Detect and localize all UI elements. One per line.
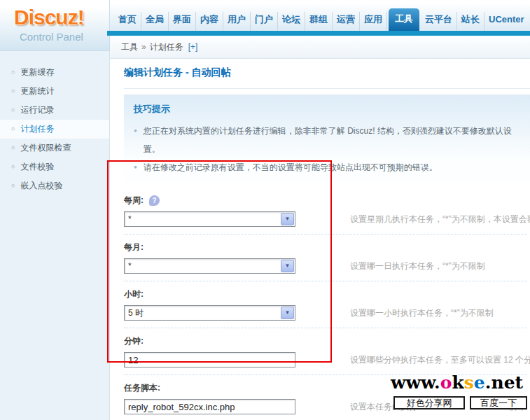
watermark-segment: e [474, 372, 485, 393]
nav-item-home[interactable]: 首页 [114, 12, 141, 31]
weekday-select[interactable]: * ▼ [124, 211, 295, 227]
weekday-select-value: * [128, 214, 132, 224]
tips-title: 技巧提示 [134, 103, 520, 115]
nav-item-user[interactable]: 用户 [223, 12, 251, 31]
top-header: 首页 全局 界面 内容 用户 门户 论坛 群组 运营 应用 工具 云平台 站长 … [110, 0, 530, 31]
breadcrumb-page: 计划任务 [150, 42, 183, 52]
circle-bullet-icon: ○ [11, 63, 15, 82]
nav-item-group[interactable]: 群组 [305, 12, 333, 31]
monthday-select-value: * [128, 261, 132, 271]
chevron-down-icon[interactable]: ▼ [281, 307, 294, 319]
breadcrumb-separator: » [141, 42, 146, 52]
watermark-segment: www. [391, 372, 440, 393]
nav-item-tools-active[interactable]: 工具 [389, 8, 419, 31]
field-label-weekday: 每周: ? [124, 194, 527, 206]
field-label-text: 小时: [124, 288, 144, 300]
app-logo-subtitle: Control Panel [20, 31, 83, 43]
app-logo: Discuz! [14, 6, 84, 29]
sidebar-item-label: 更新统计 [20, 85, 54, 97]
sidebar-item-file-permission-check[interactable]: ○ 文件权限检查 [0, 139, 109, 158]
nav-item-forum[interactable]: 论坛 [278, 12, 305, 31]
field-label-text: 每月: [124, 241, 144, 253]
nav-item-ucenter[interactable]: UCenter [484, 12, 529, 31]
field-label-text: 每周: [124, 195, 144, 206]
watermark-segment: .net [485, 372, 523, 393]
chevron-down-icon[interactable]: ▼ [281, 213, 294, 225]
page-title: 编辑计划任务 - 自动回帖 [124, 66, 530, 89]
help-question-icon[interactable]: ? [149, 195, 160, 206]
watermark-text: www.okse.net [391, 373, 523, 393]
breadcrumb-expand-toggle[interactable]: [+] [188, 42, 198, 52]
tip-text: 请在修改之前记录原有设置，不当的设置将可能导致站点出现不可预期的错误。 [144, 158, 438, 176]
nav-item-ui[interactable]: 界面 [169, 12, 196, 31]
sidebar-item-update-stats[interactable]: ○ 更新统计 [0, 82, 109, 101]
field-help-monthday: 设置哪一日执行本任务，“*”为不限制 [350, 260, 485, 272]
sidebar-item-label: 文件权限检查 [20, 142, 71, 154]
monthday-select[interactable]: * ▼ [124, 258, 295, 274]
hour-select-value: 5 时 [128, 308, 144, 318]
accent-bar [107, 31, 530, 36]
sidebar-item-label: 文件校验 [20, 161, 54, 173]
form-row-weekday: 每周: ? * ▼ 设置星期几执行本任务，“*”为不限制，本设置会覆盖下 [124, 188, 527, 234]
ad-share-site-button[interactable]: 好色分享网 [393, 396, 465, 410]
nav-item-app[interactable]: 应用 [360, 12, 387, 31]
sidebar-item-hook-verify[interactable]: ○ 嵌入点校验 [0, 176, 109, 195]
field-label-hour: 小时: [124, 288, 527, 300]
sidebar-item-label: 更新缓存 [20, 66, 54, 78]
dot-bullet-icon: ● [134, 158, 137, 176]
nav-item-cloud[interactable]: 云平台 [421, 12, 457, 31]
circle-bullet-icon: ○ [11, 82, 15, 101]
tip-item: ● 您正在对系统内置的计划任务进行编辑，除非非常了解 Discuz! 结构，否则… [134, 122, 520, 158]
ad-baidu-search-button[interactable]: 百度一下 [470, 396, 527, 410]
chevron-down-icon[interactable]: ▼ [281, 260, 294, 272]
sidebar-item-label: 运行记录 [20, 104, 54, 116]
circle-bullet-icon: ○ [11, 101, 15, 120]
circle-bullet-icon: ○ [11, 158, 15, 176]
sidebar-item-label: 嵌入点校验 [20, 180, 62, 192]
field-help-minute: 设置哪些分钟执行本任务，至多可以设置 12 个分钟值， [350, 354, 530, 366]
field-label-monthday: 每月: [124, 241, 527, 253]
circle-bullet-icon: ○ [11, 139, 15, 158]
field-help-hour: 设置哪一小时执行本任务，“*”为不限制 [350, 307, 494, 319]
form-row-hour: 小时: 5 时 ▼ 设置哪一小时执行本任务，“*”为不限制 [124, 281, 527, 328]
dot-bullet-icon: ● [134, 122, 137, 158]
task-script-input[interactable] [124, 399, 295, 414]
nav-item-webmaster[interactable]: 站长 [457, 12, 484, 31]
form-row-minute: 分钟: 设置哪些分钟执行本任务，至多可以设置 12 个分钟值， [124, 328, 527, 375]
main-content: 编辑计划任务 - 自动回帖 技巧提示 ● 您正在对系统内置的计划任务进行编辑，除… [110, 59, 530, 420]
sidebar-item-file-verify[interactable]: ○ 文件校验 [0, 158, 109, 176]
field-label-text: 分钟: [124, 335, 144, 347]
breadcrumb-section[interactable]: 工具 [121, 42, 138, 52]
field-label-text: 任务脚本: [124, 382, 160, 394]
minute-input[interactable] [124, 352, 295, 368]
nav-item-global[interactable]: 全局 [141, 12, 169, 31]
tip-text: 您正在对系统内置的计划任务进行编辑，除非非常了解 Discuz! 结构，否则强烈… [144, 122, 520, 158]
form-row-monthday: 每月: * ▼ 设置哪一日执行本任务，“*”为不限制 [124, 234, 527, 281]
sidebar: ○ 更新缓存 ○ 更新统计 ○ 运行记录 ○ 计划任务 ○ 文件权限检查 ○ 文… [0, 51, 110, 420]
sidebar-item-label: 计划任务 [20, 123, 54, 135]
tip-item: ● 请在修改之前记录原有设置，不当的设置将可能导致站点出现不可预期的错误。 [134, 158, 520, 176]
top-nav: 首页 全局 界面 内容 用户 门户 论坛 群组 运营 应用 工具 云平台 站长 … [114, 8, 529, 31]
watermark-segment: o [440, 372, 452, 393]
sidebar-item-run-log[interactable]: ○ 运行记录 [0, 101, 109, 120]
breadcrumb: 工具»计划任务[+] [110, 36, 530, 59]
hour-select[interactable]: 5 时 ▼ [124, 305, 295, 321]
nav-item-portal[interactable]: 门户 [251, 12, 278, 31]
circle-bullet-icon: ○ [11, 120, 15, 139]
field-help-weekday: 设置星期几执行本任务，“*”为不限制，本设置会覆盖下 [350, 214, 530, 225]
sidebar-item-update-cache[interactable]: ○ 更新缓存 [0, 63, 109, 82]
watermark-segment: s [464, 372, 474, 393]
tips-box: 技巧提示 ● 您正在对系统内置的计划任务进行编辑，除非非常了解 Discuz! … [124, 94, 530, 182]
nav-item-content[interactable]: 内容 [196, 12, 223, 31]
circle-bullet-icon: ○ [11, 176, 15, 195]
nav-item-ops[interactable]: 运营 [333, 12, 360, 31]
sidebar-item-scheduled-tasks-active[interactable]: ○ 计划任务 [0, 120, 109, 139]
logo-panel: Discuz! Control Panel [0, 0, 110, 51]
watermark-segment: k [452, 372, 463, 393]
field-label-minute: 分钟: [124, 335, 527, 347]
